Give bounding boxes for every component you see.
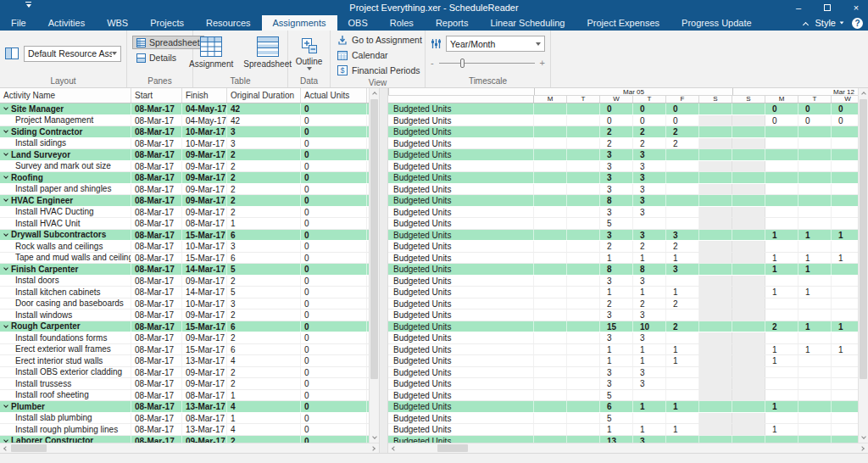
timescale-zoom-out[interactable]: - <box>431 58 434 68</box>
menu-tab-progress-update[interactable]: Progress Update <box>670 15 763 31</box>
menu-tab-activities[interactable]: Activities <box>37 15 96 31</box>
collapse-chevron-icon[interactable] <box>3 151 8 156</box>
help-button[interactable]: ? <box>852 18 863 29</box>
scroll-down-arrow[interactable] <box>859 432 868 443</box>
menu-tab-roles[interactable]: Roles <box>379 15 425 31</box>
scroll-down-arrow[interactable] <box>370 432 379 443</box>
activity-group-row[interactable]: Drywall Subcontractors08-Mar-1715-Mar-17… <box>0 230 369 242</box>
activity-row[interactable]: Survey and mark out size08-Mar-1709-Mar-… <box>0 161 369 173</box>
activity-row[interactable]: Install kitchen cabinets08-Mar-1714-Mar-… <box>0 287 369 298</box>
budgeted-units-row[interactable]: Budgeted Units1111 <box>388 355 868 367</box>
activity-row[interactable]: Rock walls and ceilings08-Mar-1710-Mar-1… <box>0 241 369 253</box>
budgeted-units-row[interactable]: Budgeted Units33 <box>388 367 868 379</box>
budgeted-units-row[interactable]: Budgeted Units33 <box>388 276 868 287</box>
column-header-start[interactable]: Start <box>131 88 182 103</box>
activity-group-row[interactable]: Siding Contractor08-Mar-1710-Mar-1730 <box>0 126 369 138</box>
assignment-table-button[interactable]: Assignment <box>185 34 237 71</box>
timescale-dropdown[interactable]: Year/Month <box>446 36 545 52</box>
activity-row[interactable]: Install foundations forms08-Mar-1709-Mar… <box>0 332 369 344</box>
day-header-t[interactable]: T <box>633 96 666 103</box>
calendar-button[interactable]: Calendar <box>336 49 390 61</box>
column-header-original-duration[interactable]: Original Duration <box>227 88 301 103</box>
budgeted-units-group-row[interactable]: Budgeted Units6111 <box>388 401 868 413</box>
activity-row[interactable]: Tape and mud walls and ceilings08-Mar-17… <box>0 253 369 265</box>
activity-row[interactable]: Instal doors08-Mar-1709-Mar-1720 <box>0 276 369 287</box>
budgeted-units-row[interactable]: Budgeted Units000000 <box>388 115 868 127</box>
day-header-t[interactable]: T <box>567 96 600 103</box>
scroll-left-arrow[interactable] <box>0 443 10 453</box>
go-to-assignment-button[interactable]: Go to Assignment <box>336 34 424 46</box>
activity-group-row[interactable]: Site Manager08-Mar-1704-May-17420 <box>0 103 369 115</box>
budgeted-units-row[interactable]: Budgeted Units33 <box>388 207 868 219</box>
activity-row[interactable]: Install OBS exterior cladding08-Mar-1709… <box>0 367 369 379</box>
budgeted-units-row[interactable]: Budgeted Units222 <box>388 241 868 253</box>
menu-tab-file[interactable]: File <box>0 15 37 31</box>
budgeted-units-row[interactable]: Budgeted Units1111 <box>388 424 868 436</box>
activity-group-row[interactable]: Laborer Constructor08-Mar-1709-Mar-1720 <box>0 436 369 443</box>
budgeted-units-row[interactable]: Budgeted Units5 <box>388 413 868 425</box>
budgeted-units-row[interactable]: Budgeted Units111111 <box>388 344 868 356</box>
budgeted-units-group-row[interactable]: Budgeted Units15102211 <box>388 321 868 333</box>
restore-button[interactable] <box>822 0 832 15</box>
menu-tab-linear-scheduling[interactable]: Linear Scheduling <box>479 15 576 31</box>
scroll-left-arrow[interactable] <box>388 443 398 453</box>
budgeted-units-row[interactable]: Budgeted Units33 <box>388 184 868 196</box>
week-header-mar-05[interactable]: Mar 05 <box>534 88 732 95</box>
collapse-chevron-icon[interactable] <box>3 105 8 110</box>
budgeted-units-row[interactable]: Budgeted Units33 <box>388 378 868 390</box>
activity-group-row[interactable]: Plumber08-Mar-1713-Mar-1740 <box>0 401 369 413</box>
menu-tab-project-expenses[interactable]: Project Expenses <box>576 15 670 31</box>
scroll-right-arrow[interactable] <box>369 443 379 453</box>
column-header-finish[interactable]: Finish <box>182 88 227 103</box>
activity-table-vertical-scrollbar[interactable] <box>369 88 379 443</box>
collapse-chevron-icon[interactable] <box>3 323 8 328</box>
menu-tab-wbs[interactable]: WBS <box>96 15 139 31</box>
budgeted-units-row[interactable]: Budgeted Units222 <box>388 138 868 150</box>
details-pane-toggle[interactable]: Details <box>132 51 181 64</box>
budgeted-units-row[interactable]: Budgeted Units33 <box>388 310 868 321</box>
collapse-ribbon-icon[interactable] <box>804 15 808 31</box>
activity-group-row[interactable]: Rough Carpenter08-Mar-1715-Mar-1760 <box>0 321 369 333</box>
day-header-f[interactable]: F <box>666 96 699 103</box>
collapse-chevron-icon[interactable] <box>3 265 8 271</box>
activity-row[interactable]: Install HVAC Unit08-Mar-1708-Mar-1710 <box>0 218 369 230</box>
column-header-actual-units[interactable]: Actual Units <box>301 88 367 103</box>
activity-row[interactable]: Install slab plumbing08-Mar-1708-Mar-171… <box>0 413 369 425</box>
budgeted-units-group-row[interactable]: Budgeted Units33 <box>388 172 868 184</box>
activity-row[interactable]: Erect interior stud walls08-Mar-1713-Mar… <box>0 355 369 367</box>
collapse-chevron-icon[interactable] <box>3 403 8 408</box>
collapse-chevron-icon[interactable] <box>3 197 8 202</box>
budgeted-units-row[interactable]: Budgeted Units5 <box>388 390 868 402</box>
activity-row[interactable]: Install sidings08-Mar-1710-Mar-1730 <box>0 138 369 150</box>
collapse-chevron-icon[interactable] <box>3 232 8 237</box>
spreadsheet-horizontal-scrollbar[interactable] <box>388 443 868 453</box>
spreadsheet-vertical-scrollbar[interactable] <box>858 88 868 443</box>
activity-row[interactable]: Project Management08-Mar-1704-May-17420 <box>0 115 369 127</box>
day-header-m[interactable]: M <box>534 96 567 103</box>
activity-row[interactable]: Install windows08-Mar-1709-Mar-1720 <box>0 310 369 321</box>
budgeted-units-row[interactable]: Budgeted Units222 <box>388 298 868 310</box>
budgeted-units-group-row[interactable]: Budgeted Units33 <box>388 149 868 161</box>
scroll-up-arrow[interactable] <box>370 88 379 98</box>
activity-row[interactable]: Install HVAC Ducting08-Mar-1709-Mar-1720 <box>0 207 369 219</box>
budgeted-units-row[interactable]: Budgeted Units33 <box>388 161 868 173</box>
style-dropdown[interactable]: Style <box>815 18 844 28</box>
close-button[interactable]: × <box>851 0 861 15</box>
day-header-w[interactable]: W <box>600 96 633 103</box>
activity-row[interactable]: Install paper and shingles08-Mar-1709-Ma… <box>0 184 369 196</box>
scroll-right-arrow[interactable] <box>858 443 868 453</box>
activity-row[interactable]: Install trussess08-Mar-1709-Mar-1720 <box>0 378 369 390</box>
pane-splitter[interactable] <box>379 88 388 453</box>
week-header-mar-12[interactable]: Mar 12 <box>732 88 868 95</box>
day-header-m[interactable]: M <box>765 96 798 103</box>
activity-row[interactable]: Erect exterior wall frames08-Mar-1715-Ma… <box>0 344 369 356</box>
collapse-chevron-icon[interactable] <box>3 128 8 133</box>
activity-row[interactable]: Install rough plumbing lines08-Mar-1713-… <box>0 424 369 436</box>
budgeted-units-group-row[interactable]: Budgeted Units88311 <box>388 264 868 276</box>
budgeted-units-row[interactable]: Budgeted Units11111 <box>388 287 868 298</box>
budgeted-units-group-row[interactable]: Budgeted Units133 <box>388 436 868 443</box>
budgeted-units-group-row[interactable]: Budgeted Units83 <box>388 195 868 207</box>
menu-tab-assignments[interactable]: Assignments <box>262 15 337 31</box>
collapse-chevron-icon[interactable] <box>3 174 8 179</box>
minimize-button[interactable]: – <box>793 0 804 15</box>
